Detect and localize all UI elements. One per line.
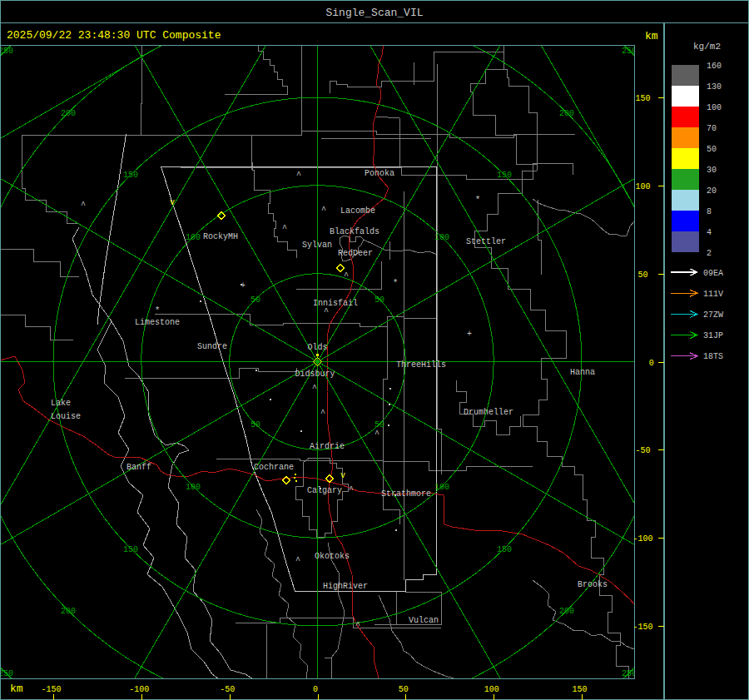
svg-text:Innisfail: Innisfail: [313, 299, 358, 308]
svg-text:-50: -50: [220, 685, 235, 694]
svg-text:Blackfalds: Blackfalds: [330, 227, 379, 236]
svg-text:Cochrane: Cochrane: [254, 463, 294, 472]
svg-text:31JP: 31JP: [703, 331, 723, 340]
svg-text:100: 100: [186, 483, 201, 492]
svg-text:^: ^: [296, 171, 301, 180]
svg-text:^: ^: [324, 307, 329, 316]
svg-text:Single_Scan_VIL: Single_Scan_VIL: [325, 7, 423, 19]
svg-text:8: 8: [707, 207, 712, 216]
svg-text:50: 50: [707, 145, 717, 154]
svg-text:150: 150: [572, 685, 587, 694]
svg-text:Louise: Louise: [51, 412, 81, 421]
svg-text:200: 200: [559, 109, 574, 118]
svg-text:150: 150: [497, 171, 512, 180]
svg-text:250: 250: [0, 669, 13, 678]
svg-text:^: ^: [344, 271, 349, 280]
svg-text:Ponoka: Ponoka: [365, 169, 394, 178]
svg-text:200: 200: [559, 607, 574, 616]
svg-text:Olds: Olds: [308, 343, 328, 352]
svg-text:Limestone: Limestone: [135, 318, 180, 327]
svg-text:*: *: [155, 305, 161, 315]
svg-text:20: 20: [707, 186, 717, 196]
svg-text:50: 50: [250, 420, 260, 429]
svg-text:Didsbury: Didsbury: [295, 370, 335, 379]
svg-text:km: km: [10, 683, 23, 695]
svg-text:30: 30: [707, 166, 717, 175]
svg-text:-50: -50: [635, 446, 650, 455]
svg-text:v: v: [340, 471, 345, 480]
svg-text:50: 50: [399, 685, 409, 694]
svg-text:^: ^: [312, 384, 317, 393]
svg-text:-100: -100: [632, 534, 652, 544]
svg-text:100: 100: [186, 233, 201, 242]
svg-text:0: 0: [313, 685, 318, 694]
svg-text:km: km: [645, 30, 658, 42]
svg-text:111V: 111V: [703, 290, 723, 299]
svg-text:09EA: 09EA: [703, 269, 723, 278]
svg-text:-150: -150: [41, 685, 61, 694]
svg-text:-150: -150: [632, 623, 652, 632]
svg-text:Hanna: Hanna: [570, 368, 595, 377]
svg-text:+: +: [467, 330, 472, 339]
svg-text:130: 130: [707, 82, 722, 92]
svg-text:^: ^: [81, 201, 86, 210]
svg-text:RockyMH: RockyMH: [203, 232, 238, 241]
svg-text:100: 100: [707, 103, 722, 112]
svg-text:*: *: [393, 278, 399, 288]
svg-text:^: ^: [320, 409, 325, 418]
svg-text:ThreeHills: ThreeHills: [396, 360, 446, 370]
svg-text:Strathmore: Strathmore: [381, 489, 431, 499]
svg-text:4: 4: [707, 228, 712, 237]
svg-text:150: 150: [123, 171, 138, 180]
svg-text:70: 70: [707, 124, 717, 133]
svg-text:Brooks: Brooks: [578, 580, 608, 589]
svg-text:Drumheller: Drumheller: [464, 408, 513, 417]
svg-text:Airdrie: Airdrie: [310, 442, 345, 451]
svg-text:27ZW: 27ZW: [703, 310, 723, 320]
svg-text:Banff: Banff: [126, 463, 151, 472]
svg-text:^: ^: [355, 621, 360, 630]
svg-text:100: 100: [434, 483, 449, 492]
svg-text:-100: -100: [129, 685, 149, 694]
svg-text:250: 250: [0, 47, 13, 56]
svg-text:^: ^: [374, 429, 379, 439]
svg-text:50: 50: [250, 295, 260, 305]
svg-text:150: 150: [497, 545, 512, 554]
svg-text:50: 50: [374, 420, 384, 429]
svg-text:18TS: 18TS: [703, 352, 723, 361]
svg-text:2025/09/22 23:48:30 UTC Compos: 2025/09/22 23:48:30 UTC Composite: [7, 29, 221, 42]
svg-text:HighRiver: HighRiver: [323, 582, 368, 591]
svg-text:Calgary: Calgary: [307, 486, 342, 495]
svg-text:Sylvan: Sylvan: [302, 241, 332, 250]
svg-text:100: 100: [434, 233, 449, 242]
svg-text:Vulcan: Vulcan: [409, 616, 439, 625]
svg-text:*: *: [475, 195, 481, 205]
svg-text:RedDeer: RedDeer: [338, 249, 373, 258]
svg-text:^: ^: [349, 485, 354, 494]
svg-text:^: ^: [321, 206, 326, 215]
svg-text:Sundre: Sundre: [197, 342, 227, 351]
svg-text:200: 200: [61, 607, 76, 616]
svg-text:150: 150: [123, 545, 138, 554]
svg-text:^: ^: [295, 556, 300, 565]
svg-text:50: 50: [374, 295, 384, 305]
svg-text:+: +: [241, 281, 246, 290]
svg-text:kg/m2: kg/m2: [693, 42, 721, 52]
svg-text:200: 200: [61, 109, 76, 118]
svg-text:100: 100: [635, 182, 650, 191]
svg-text:Lake: Lake: [51, 399, 71, 408]
svg-text:160: 160: [707, 62, 722, 71]
svg-text:0: 0: [649, 359, 654, 368]
svg-text:150: 150: [635, 94, 650, 103]
svg-text:Okotoks: Okotoks: [315, 552, 350, 561]
svg-text:v: v: [170, 198, 175, 207]
svg-text:Lacombe: Lacombe: [340, 206, 375, 216]
svg-text:50: 50: [637, 271, 647, 280]
svg-text:100: 100: [484, 685, 499, 694]
svg-text:2: 2: [707, 249, 712, 258]
svg-text:Stettler: Stettler: [466, 237, 506, 246]
svg-text:^: ^: [282, 224, 287, 233]
